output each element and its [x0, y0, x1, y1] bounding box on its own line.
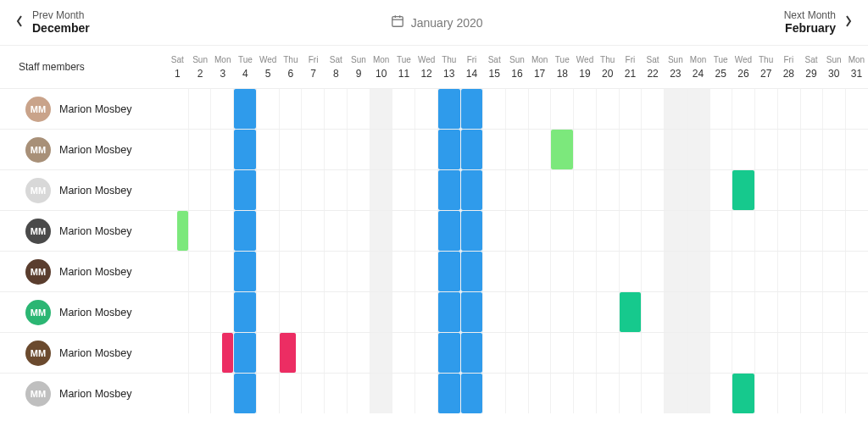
day-cell[interactable] — [415, 170, 437, 210]
day-cell[interactable] — [437, 170, 460, 210]
day-cell[interactable] — [415, 211, 437, 251]
day-cell[interactable] — [279, 333, 302, 373]
day-cell[interactable] — [482, 170, 505, 210]
day-cell[interactable] — [166, 130, 188, 169]
day-cell[interactable] — [392, 292, 415, 332]
day-cell[interactable] — [188, 211, 211, 251]
day-cell[interactable] — [596, 130, 619, 169]
day-cell[interactable] — [800, 89, 823, 129]
day-cell[interactable] — [732, 130, 754, 169]
day-cell[interactable] — [166, 374, 188, 413]
day-cell[interactable] — [166, 252, 188, 291]
day-cell[interactable] — [845, 252, 868, 291]
day-cell[interactable] — [460, 130, 483, 169]
day-cell[interactable] — [279, 374, 302, 413]
day-cell[interactable] — [347, 292, 370, 332]
day-cell[interactable] — [166, 89, 188, 129]
schedule-block[interactable] — [438, 333, 460, 373]
schedule-block[interactable] — [461, 292, 483, 332]
day-cell[interactable] — [596, 211, 619, 251]
day-cell[interactable] — [822, 333, 845, 373]
day-cell[interactable] — [754, 252, 777, 291]
day-cell[interactable] — [256, 292, 279, 332]
day-cell[interactable] — [777, 89, 800, 129]
day-cell[interactable] — [619, 211, 642, 251]
day-cell[interactable] — [482, 130, 505, 169]
day-cell[interactable] — [777, 252, 800, 291]
day-cell[interactable] — [415, 252, 437, 291]
day-cell[interactable] — [415, 333, 437, 373]
day-cell[interactable] — [528, 130, 551, 169]
day-cell[interactable] — [800, 130, 823, 169]
staff-row[interactable]: MMMarion Mosbey — [0, 88, 166, 129]
day-cell[interactable] — [233, 89, 256, 129]
day-cell[interactable] — [392, 211, 415, 251]
day-cell[interactable] — [256, 170, 279, 210]
day-cell[interactable] — [777, 333, 800, 373]
day-cell[interactable] — [415, 292, 437, 332]
day-cell[interactable] — [415, 89, 437, 129]
day-cell[interactable] — [641, 292, 664, 332]
day-cell[interactable] — [687, 211, 709, 251]
day-cell[interactable] — [256, 211, 279, 251]
schedule-block[interactable] — [461, 170, 483, 210]
day-cell[interactable] — [233, 211, 256, 251]
day-cell[interactable] — [596, 292, 619, 332]
day-cell[interactable] — [233, 374, 256, 413]
schedule-block[interactable] — [732, 374, 754, 413]
schedule-block[interactable] — [234, 333, 256, 373]
day-cell[interactable] — [392, 374, 415, 413]
day-cell[interactable] — [256, 89, 279, 129]
day-cell[interactable] — [800, 333, 823, 373]
day-cell[interactable] — [301, 333, 324, 373]
day-cell[interactable] — [664, 374, 687, 413]
day-cell[interactable] — [256, 333, 279, 373]
day-cell[interactable] — [596, 374, 619, 413]
day-cell[interactable] — [800, 292, 823, 332]
day-cell[interactable] — [754, 89, 777, 129]
day-cell[interactable] — [188, 292, 211, 332]
schedule-block[interactable] — [234, 211, 256, 251]
day-cell[interactable] — [709, 130, 732, 169]
day-cell[interactable] — [619, 292, 642, 332]
day-cell[interactable] — [550, 211, 573, 251]
day-cell[interactable] — [845, 130, 868, 169]
day-cell[interactable] — [709, 374, 732, 413]
day-cell[interactable] — [619, 374, 642, 413]
day-cell[interactable] — [732, 333, 754, 373]
schedule-block[interactable] — [461, 252, 483, 291]
day-cell[interactable] — [709, 211, 732, 251]
day-cell[interactable] — [573, 211, 596, 251]
staff-row[interactable]: MMMarion Mosbey — [0, 291, 166, 332]
day-cell[interactable] — [437, 252, 460, 291]
day-cell[interactable] — [754, 292, 777, 332]
day-cell[interactable] — [210, 252, 233, 291]
schedule-block[interactable] — [461, 211, 483, 251]
day-cell[interactable] — [619, 130, 642, 169]
day-cell[interactable] — [347, 211, 370, 251]
day-cell[interactable] — [437, 130, 460, 169]
staff-row[interactable]: MMMarion Mosbey — [0, 251, 166, 291]
day-cell[interactable] — [415, 130, 437, 169]
day-cell[interactable] — [754, 211, 777, 251]
day-cell[interactable] — [573, 292, 596, 332]
day-cell[interactable] — [392, 170, 415, 210]
day-cell[interactable] — [822, 292, 845, 332]
day-cell[interactable] — [301, 170, 324, 210]
day-cell[interactable] — [619, 333, 642, 373]
day-cell[interactable] — [392, 130, 415, 169]
day-cell[interactable] — [664, 130, 687, 169]
day-cell[interactable] — [732, 170, 754, 210]
day-cell[interactable] — [845, 89, 868, 129]
day-cell[interactable] — [370, 211, 392, 251]
day-cell[interactable] — [210, 170, 233, 210]
day-cell[interactable] — [550, 374, 573, 413]
day-cell[interactable] — [301, 89, 324, 129]
day-cell[interactable] — [528, 252, 551, 291]
day-cell[interactable] — [347, 170, 370, 210]
day-cell[interactable] — [370, 374, 392, 413]
schedule-block[interactable] — [461, 333, 483, 373]
schedule-block[interactable] — [461, 89, 483, 129]
day-cell[interactable] — [437, 211, 460, 251]
day-cell[interactable] — [279, 89, 302, 129]
